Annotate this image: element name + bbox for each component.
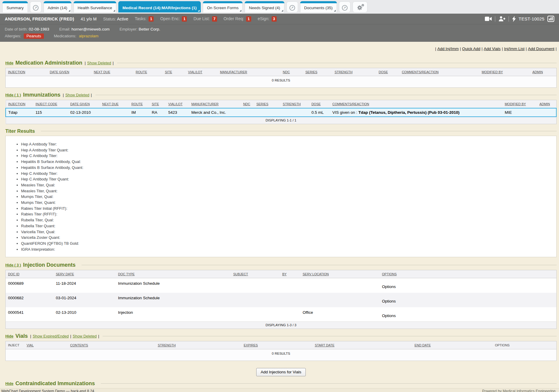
column-header[interactable]: ADMIN (537, 100, 556, 108)
column-header[interactable]: OPTIONS (380, 270, 556, 278)
column-header[interactable]: INJECTION (6, 68, 47, 76)
open-enc-count-badge[interactable]: 1 (182, 16, 187, 22)
tab-documents[interactable]: Documents (35) (300, 1, 337, 12)
column-header[interactable]: ROUTE (129, 100, 149, 108)
column-header[interactable]: EXPIRES (241, 341, 313, 349)
table-header-row: INJECTION INJECT CODE DATE GIVEN NEXT DU… (6, 100, 556, 108)
hide-vials-link[interactable]: Hide (5, 334, 13, 338)
flowsheet-chart-icon[interactable] (547, 16, 554, 22)
column-header[interactable]: SITE (149, 100, 166, 108)
column-header[interactable]: MODIFIED BY (502, 100, 537, 108)
titer-item: Hepatitis B Surface Antibody, Qual: (21, 159, 556, 165)
allergy-badge[interactable]: Peanuts (24, 33, 44, 39)
cell-by (280, 293, 300, 307)
immunization-row-tdap[interactable]: Tdap 115 02-13-2010 IM RA 5423 Merck and… (6, 108, 556, 117)
column-header[interactable]: NDC (241, 100, 254, 108)
column-header: OPTIONS (493, 341, 557, 349)
inj-imm-list-link[interactable]: Inj/Imm List (504, 47, 525, 51)
column-header[interactable]: NEXT DUE (100, 100, 129, 108)
tab-settings-button[interactable] (353, 1, 367, 12)
column-header[interactable]: INJECT CODE (33, 100, 68, 108)
gear-icon (357, 5, 363, 11)
quick-add-link[interactable]: Quick Add (462, 47, 480, 51)
column-header[interactable]: DOC ID (6, 270, 54, 278)
titer-item: Mumps Titer, Quant: (21, 200, 556, 206)
esign-count-badge[interactable]: 3 (272, 16, 277, 22)
options-link[interactable]: Options (382, 313, 396, 318)
column-header[interactable]: MANUFACTURER (218, 68, 281, 76)
column-header[interactable]: SERV DATE (53, 270, 116, 278)
column-header[interactable]: SERV LOCATION (300, 270, 380, 278)
column-header[interactable]: ADMIN (530, 68, 556, 76)
tab-needs-signed-popout-button[interactable]: ↗ (286, 1, 298, 12)
tab-medical-record-active[interactable]: Medical Record (14):MAR/Injections (1) (118, 1, 201, 12)
column-header[interactable]: BY (280, 270, 300, 278)
add-injections-for-vials-button[interactable]: Add Injections for Vials (256, 368, 306, 376)
hide-medication-admin-link[interactable]: Hide (5, 61, 13, 65)
column-header[interactable]: VIAL/LOT (186, 68, 218, 76)
add-document-link[interactable]: Add Document (528, 47, 554, 51)
column-header[interactable]: SITE (163, 68, 186, 76)
titer-item: Hep C Antibody Titer Quant: (21, 176, 556, 182)
column-header[interactable]: SERIES (254, 100, 280, 108)
medication-link[interactable]: alprazolam (79, 34, 98, 38)
column-header[interactable]: DOC TYPE (116, 270, 231, 278)
tab-documents-popout-button[interactable]: ↗ (339, 1, 351, 12)
column-header[interactable]: COMMENTS/REACTION (330, 100, 502, 108)
separator (482, 47, 483, 51)
show-deleted-link[interactable]: Show Deleted (73, 334, 97, 338)
order-req-count-badge[interactable]: 1 (246, 16, 251, 22)
column-header[interactable]: STRENGTH (281, 100, 309, 108)
options-link[interactable]: Options (382, 284, 396, 289)
document-row[interactable]: 0000689 11-18-2024 Immunization Schedule… (6, 278, 557, 293)
column-header[interactable]: INJECTION (6, 100, 33, 108)
column-header[interactable]: VIAL (24, 341, 68, 349)
column-header[interactable]: STRENGTH (155, 341, 241, 349)
hide-injection-documents-link[interactable]: Hide ( 3 ) (5, 263, 21, 267)
column-header[interactable]: STRENGTH (332, 68, 376, 76)
column-header[interactable]: VIAL/LOT (166, 100, 189, 108)
column-header[interactable]: DATE GIVEN (47, 68, 92, 76)
separator (555, 47, 557, 51)
separator (502, 47, 503, 51)
document-row[interactable]: 0000541 02-13-2010 Injection Office Opti… (6, 307, 557, 322)
document-row[interactable]: 0000682 03-01-2024 Immunization Schedule… (6, 293, 557, 307)
column-header[interactable]: DOSE (376, 68, 399, 76)
show-deleted-link[interactable]: Show Deleted (65, 93, 89, 97)
tab-admin[interactable]: Admin (14) (44, 1, 71, 12)
options-link[interactable]: Options (382, 299, 396, 303)
column-header[interactable]: DOSE (309, 100, 330, 108)
column-header[interactable]: NDC (281, 68, 303, 76)
column-header[interactable]: START DATE (312, 341, 412, 349)
add-inj-imm-link[interactable]: Add Inj/Imm (437, 47, 459, 51)
hide-immunizations-link[interactable]: Hide ( 1 ) (5, 93, 21, 97)
tab-needs-signed[interactable]: Needs Signed (4) (245, 1, 284, 12)
tab-on-screen-forms[interactable]: On Screen Forms (203, 1, 243, 12)
tab-summary[interactable]: Summary (2, 1, 28, 12)
column-header[interactable]: SUBJECT (231, 270, 280, 278)
column-header[interactable]: DATE GIVEN (68, 100, 100, 108)
cell-doc-type: Immunization Schedule (116, 293, 231, 307)
tab-health-surveillance[interactable]: Health Surveillance (74, 1, 116, 12)
show-deleted-link[interactable]: Show Deleted (87, 61, 111, 65)
column-header[interactable]: NEXT DUE (91, 68, 133, 76)
column-header[interactable]: COMMENTS/REACTION (399, 68, 479, 76)
lightning-icon[interactable] (512, 16, 516, 22)
add-person-icon[interactable] (499, 16, 505, 22)
column-header[interactable]: MANUFACTURER (189, 100, 241, 108)
column-header[interactable]: ROUTE (133, 68, 163, 76)
separator (435, 47, 436, 51)
column-header[interactable]: MODIFIED BY (479, 68, 530, 76)
show-expired-link[interactable]: Show Expired/Ended (33, 334, 69, 338)
vials-section-header: Hide Vials Show Expired/EndedShow Delete… (5, 333, 557, 339)
video-camera-icon[interactable] (485, 16, 492, 21)
add-vials-link[interactable]: Add Vials (484, 47, 501, 51)
due-list-count-badge[interactable]: 7 (212, 16, 217, 22)
column-header[interactable]: END DATE (412, 341, 493, 349)
column-header[interactable]: SERIES (303, 68, 332, 76)
hide-contraindicated-link[interactable]: Hide (5, 382, 13, 386)
tasks-count-badge[interactable]: 1 (149, 16, 154, 22)
titer-item: IGRA Interpretation: (21, 247, 556, 252)
tab-summary-popout-button[interactable]: ↗ (30, 1, 42, 12)
column-header[interactable]: CONTENTS (68, 341, 155, 349)
